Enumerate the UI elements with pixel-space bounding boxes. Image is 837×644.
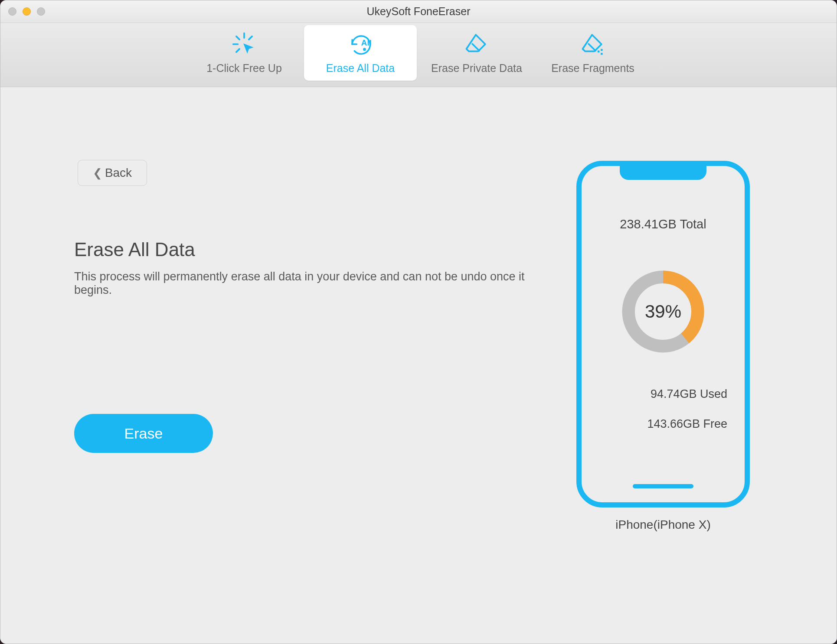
back-button[interactable]: ❮ Back [78,160,147,186]
minimize-window-icon[interactable] [23,7,31,16]
storage-free: 143.66GB Free [647,417,727,431]
svg-line-2 [249,36,252,39]
tab-1-click-free-up[interactable]: 1-Click Free Up [188,25,301,81]
storage-donut-chart: 39% [618,266,709,357]
main-panel: Erase All Data This process will permane… [74,113,563,618]
erase-all-icon: All [347,32,374,57]
phone-illustration: 238.41GB Total 39% 94.74GB Used 143.66GB… [576,161,750,507]
page-heading: Erase All Data [74,239,563,260]
device-panel: 238.41GB Total 39% 94.74GB Used 143.66GB… [563,113,763,618]
window-controls [0,7,45,16]
close-window-icon[interactable] [8,7,16,16]
back-label: Back [105,166,132,180]
svg-rect-11 [601,52,603,55]
svg-line-4 [236,49,239,52]
storage-used: 94.74GB Used [651,387,727,401]
svg-line-8 [588,43,596,51]
storage-total: 238.41GB Total [620,217,706,231]
eraser-fragments-icon [580,32,605,57]
toolbar: 1-Click Free Up All Erase All Data [0,23,837,87]
svg-point-6 [363,48,366,51]
phone-notch-icon [620,165,706,180]
cursor-click-icon [232,32,257,57]
tab-label: 1-Click Free Up [206,62,282,75]
svg-rect-10 [601,49,603,51]
erase-button-label: Erase [124,425,163,442]
page-description: This process will permanently erase all … [74,270,560,297]
zoom-window-icon[interactable] [37,7,45,16]
tab-label: Erase All Data [326,62,395,75]
erase-button[interactable]: Erase [74,414,213,453]
tab-erase-fragments[interactable]: Erase Fragments [536,25,649,81]
window-title: UkeySoft FoneEraser [0,5,837,18]
device-name: iPhone(iPhone X) [615,518,710,532]
titlebar: UkeySoft FoneEraser [0,0,837,23]
tab-erase-all-data[interactable]: All Erase All Data [304,25,417,81]
svg-line-7 [472,43,480,51]
phone-home-indicator-icon [633,484,693,488]
chevron-left-icon: ❮ [93,166,102,180]
svg-rect-9 [598,50,600,52]
tab-label: Erase Private Data [431,62,522,75]
content-area: ❮ Back Erase All Data This process will … [0,87,837,644]
storage-percent: 39% [618,266,709,357]
tab-label: Erase Fragments [551,62,634,75]
svg-text:All: All [361,38,372,47]
eraser-private-icon [464,32,489,57]
tab-erase-private-data[interactable]: Erase Private Data [420,25,533,81]
svg-line-1 [236,36,239,39]
app-window: UkeySoft FoneEraser 1-Click Free Up [0,0,837,644]
